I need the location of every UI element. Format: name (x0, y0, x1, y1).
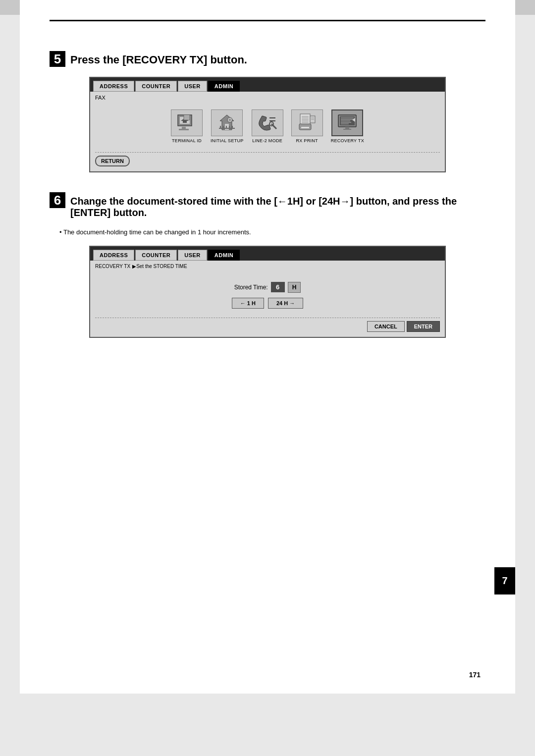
initial-setup-icon (216, 113, 238, 133)
tab-address-1[interactable]: ADDRESS (93, 81, 134, 92)
breadcrumb-line: RECOVERY TX ▶Set the STORED TIME (95, 264, 440, 269)
fax-label: FAX (95, 95, 440, 101)
svg-rect-15 (223, 126, 224, 129)
screen-mockup-1: ADDRESS COUNTER USER ADMIN FAX (89, 77, 446, 172)
step-6-header: 6 Change the document-stored time with t… (50, 192, 485, 218)
screen-mockup-2: ADDRESS COUNTER USER ADMIN RECOVERY TX ▶… (89, 246, 446, 338)
step-6-bullet: • The document-holding time can be chang… (59, 228, 485, 236)
rx-print-item: RX PRINT (291, 109, 323, 143)
svg-rect-42 (343, 129, 351, 130)
enter-button[interactable]: ENTER (407, 321, 440, 332)
step-5-title: Press the [RECOVERY TX] button. (70, 54, 247, 66)
terminal-id-icon-box[interactable] (171, 109, 203, 136)
svg-rect-41 (345, 127, 349, 129)
tab-bar-2: ADDRESS COUNTER USER ADMIN (90, 247, 445, 261)
terminal-id-icon (176, 113, 198, 133)
svg-rect-14 (220, 126, 221, 129)
step-6-section: 6 Change the document-stored time with t… (50, 192, 485, 338)
step-5-header: 5 Press the [RECOVERY TX] button. (50, 51, 485, 67)
svg-rect-18 (232, 126, 233, 129)
stored-time-value: 6 (271, 282, 285, 292)
step-5-section: 5 Press the [RECOVERY TX] button. ADDRES… (50, 51, 485, 172)
back-1h-button[interactable]: ← 1 H (232, 298, 264, 309)
terminal-id-label: TERMINAL ID (172, 138, 202, 143)
icon-row: TERMINAL ID (95, 105, 440, 148)
recovery-tx-icon (336, 113, 358, 133)
step-6-number: 6 (50, 192, 65, 208)
step-5-number: 5 (50, 51, 65, 67)
forward-24h-button[interactable]: 24 H → (268, 298, 303, 309)
tab-user-1[interactable]: USER (178, 81, 207, 92)
page-content: 5 Press the [RECOVERY TX] button. ADDRES… (20, 0, 515, 694)
cancel-button[interactable]: CANCEL (367, 321, 405, 332)
bottom-page-number: 171 (469, 671, 481, 679)
top-divider (50, 20, 485, 21)
line2-mode-item: LINE-2 MODE (252, 109, 283, 143)
svg-point-12 (229, 119, 231, 121)
svg-rect-30 (301, 127, 309, 128)
line2-mode-label: LINE-2 MODE (252, 138, 282, 143)
svg-rect-2 (182, 127, 186, 129)
tab-admin-2[interactable]: ADMIN (208, 250, 240, 261)
stored-time-label: Stored Time: (234, 284, 268, 291)
recovery-tx-item: RECOVERY TX (331, 109, 364, 143)
rx-print-label: RX PRINT (296, 138, 318, 143)
svg-line-21 (271, 124, 276, 129)
stored-time-row: Stored Time: 6 H (234, 282, 301, 293)
tab-bar-1: ADDRESS COUNTER USER ADMIN (90, 78, 445, 92)
screen-footer-2: CANCEL ENTER (95, 318, 440, 332)
terminal-id-item: TERMINAL ID (171, 109, 203, 143)
stored-time-section: Stored Time: 6 H ← 1 H 24 H → (95, 274, 440, 314)
stored-time-unit: H (288, 282, 301, 293)
tab-counter-2[interactable]: COUNTER (135, 250, 177, 261)
tab-user-2[interactable]: USER (178, 250, 207, 261)
recovery-tx-icon-box[interactable] (331, 109, 363, 136)
nav-buttons: ← 1 H 24 H → (232, 298, 303, 309)
line2-mode-icon-box[interactable] (252, 109, 283, 136)
rx-print-icon-box[interactable] (291, 109, 323, 136)
initial-setup-icon-box[interactable] (211, 109, 243, 136)
recovery-tx-label: RECOVERY TX (331, 138, 364, 143)
initial-setup-label: INITIAL SETUP (211, 138, 244, 143)
svg-rect-16 (226, 126, 227, 129)
tab-admin-1[interactable]: ADMIN (208, 81, 240, 92)
breadcrumb-arrow: ▶Set the STORED TIME (132, 264, 187, 269)
svg-rect-3 (179, 129, 189, 130)
tab-counter-1[interactable]: COUNTER (135, 81, 177, 92)
return-button[interactable]: RETURN (95, 156, 130, 166)
screen-body-2: RECOVERY TX ▶Set the STORED TIME Stored … (90, 261, 445, 337)
tab-address-2[interactable]: ADDRESS (93, 250, 134, 261)
initial-setup-item: INITIAL SETUP (211, 109, 244, 143)
breadcrumb-path: RECOVERY TX (95, 264, 130, 269)
line2-mode-icon (257, 113, 278, 133)
screen-body-1: FAX (90, 92, 445, 171)
step-6-title: Change the document-stored time with the… (70, 196, 485, 218)
svg-rect-17 (229, 126, 230, 129)
page-number-tab: 7 (494, 567, 515, 594)
screen-footer-1: RETURN (95, 152, 440, 166)
rx-print-icon (296, 113, 318, 133)
